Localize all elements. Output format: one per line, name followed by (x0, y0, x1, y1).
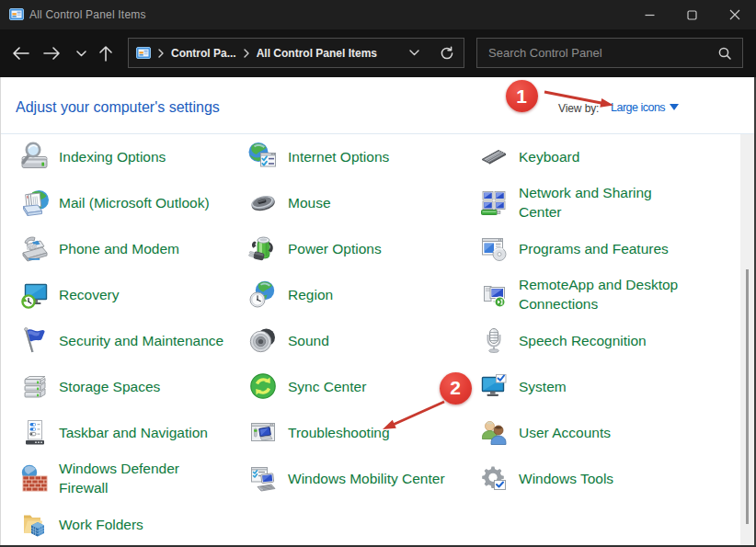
item-label[interactable]: Sound (288, 331, 329, 350)
item-label[interactable]: Taskbar and Navigation (59, 423, 208, 442)
item-label[interactable]: Network and SharingCenter (519, 183, 652, 222)
recent-locations-chevron[interactable] (70, 42, 92, 64)
content-area: Adjust your computer's settings View by:… (0, 77, 756, 547)
troubleshooting-icon[interactable] (248, 417, 278, 447)
work-folders-icon[interactable] (20, 509, 50, 539)
item-label[interactable]: Storage Spaces (59, 377, 160, 396)
back-button[interactable] (9, 42, 31, 64)
window-left-border (0, 77, 1, 545)
taskbar-navigation-icon[interactable] (20, 417, 50, 447)
item-label[interactable]: Power Options (288, 239, 382, 258)
up-button[interactable] (95, 42, 117, 64)
window-title: All Control Panel Items (29, 0, 146, 29)
item-label[interactable]: Region (288, 285, 333, 304)
item-label[interactable]: Windows Mobility Center (288, 469, 445, 488)
item-label[interactable]: Mouse (288, 193, 331, 212)
breadcrumb-root-icon (136, 46, 151, 61)
item-label[interactable]: Phone and Modem (59, 239, 179, 258)
sound-icon[interactable] (248, 325, 278, 355)
close-button[interactable] (713, 0, 756, 29)
control-panel-window: All Control Panel Items (0, 0, 756, 547)
annotation-circle-1: 1 (506, 80, 538, 112)
remoteapp-icon[interactable] (479, 279, 509, 309)
item-label[interactable]: Windows Tools (519, 469, 613, 488)
sync-center-icon[interactable] (248, 371, 278, 401)
item-label[interactable]: Speech Recognition (519, 331, 647, 350)
search-icon[interactable] (718, 47, 731, 60)
breadcrumb-item-control-panel[interactable]: Control Pa... (171, 47, 236, 60)
windows-tools-icon[interactable] (479, 463, 509, 493)
maximize-button[interactable] (670, 0, 713, 29)
item-label[interactable]: Programs and Features (519, 239, 669, 258)
control-panel-icon (9, 7, 24, 22)
item-label[interactable]: Recovery (59, 285, 119, 304)
page-title: Adjust your computer's settings (16, 99, 220, 116)
security-maintenance-icon[interactable] (20, 325, 50, 355)
user-accounts-icon[interactable] (479, 417, 509, 447)
power-options-icon[interactable] (248, 234, 278, 263)
forward-button[interactable] (40, 42, 63, 64)
item-label[interactable]: Mail (Microsoft Outlook) (59, 193, 210, 212)
titlebar: All Control Panel Items (0, 0, 756, 29)
mouse-icon[interactable] (248, 188, 278, 217)
indexing-options-icon[interactable] (20, 142, 50, 171)
system-icon[interactable] (479, 371, 509, 401)
item-label[interactable]: Windows DefenderFirewall (59, 459, 179, 497)
defender-firewall-icon[interactable] (20, 463, 50, 493)
caret-down-icon[interactable] (670, 104, 679, 110)
item-label[interactable]: Security and Maintenance (59, 331, 223, 350)
breadcrumb-chevron-icon (244, 49, 249, 58)
breadcrumb-item-all-items[interactable]: All Control Panel Items (257, 47, 377, 60)
search-placeholder: Search Control Panel (488, 46, 718, 60)
item-label[interactable]: Sync Center (288, 377, 366, 396)
item-label[interactable]: Work Folders (59, 515, 143, 534)
item-label[interactable]: Troubleshooting (288, 423, 390, 442)
annotation-circle-2: 2 (440, 372, 472, 405)
network-sharing-icon[interactable] (479, 188, 509, 217)
mail-outlook-icon[interactable] (20, 188, 50, 217)
minimize-button[interactable] (628, 0, 670, 29)
vertical-scrollbar[interactable] (740, 134, 754, 545)
mobility-center-icon[interactable] (248, 463, 278, 493)
programs-features-icon[interactable] (479, 234, 509, 263)
item-label[interactable]: User Accounts (519, 423, 611, 442)
search-box[interactable]: Search Control Panel (476, 38, 743, 68)
item-label[interactable]: System (519, 377, 567, 396)
item-label[interactable]: RemoteApp and DesktopConnections (519, 275, 678, 313)
region-icon[interactable] (248, 279, 278, 309)
refresh-icon[interactable] (440, 46, 454, 61)
internet-options-icon[interactable] (248, 142, 278, 171)
phone-and-modem-icon[interactable] (20, 234, 50, 263)
address-dropdown-chevron[interactable] (409, 50, 419, 56)
view-by-dropdown[interactable]: Large icons (611, 101, 665, 114)
item-label[interactable]: Keyboard (519, 147, 579, 166)
storage-spaces-icon[interactable] (20, 371, 50, 401)
speech-recognition-icon[interactable] (479, 325, 509, 355)
scrollbar-thumb[interactable] (746, 269, 749, 524)
item-label[interactable]: Internet Options (288, 147, 389, 166)
view-by-label: View by: (558, 102, 599, 115)
item-label[interactable]: Indexing Options (59, 147, 166, 166)
header-separator (0, 133, 756, 134)
recovery-icon[interactable] (20, 279, 50, 309)
breadcrumb-chevron-icon (158, 49, 164, 58)
keyboard-icon[interactable] (479, 142, 509, 171)
navigation-toolbar: Control Pa... All Control Panel Items Se… (0, 29, 756, 77)
address-bar[interactable]: Control Pa... All Control Panel Items (128, 38, 464, 68)
